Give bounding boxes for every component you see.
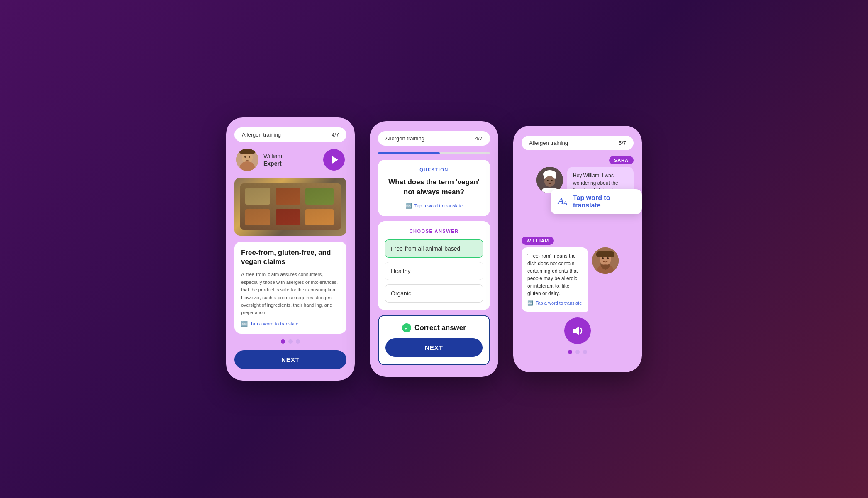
screen3-title: Allergen training (529, 140, 568, 146)
expert-info: William Expert (236, 149, 282, 171)
content-card: Free-from, gluten-free, and vegan claims… (234, 242, 346, 334)
william-avatar (592, 247, 619, 274)
question-label: QUESTION (385, 167, 483, 172)
translate-popup-text: Tap word to translate (573, 194, 635, 209)
dot-2 (288, 339, 293, 344)
william-translate-link[interactable]: 🔤 Tap a word to translate (527, 300, 582, 307)
screens-container: Allergen training 4/7 Will (226, 117, 642, 381)
expert-row: William Expert (234, 149, 346, 171)
dot-3 (296, 339, 300, 344)
correct-answer-card: ✓ Correct answer NEXT (378, 315, 490, 365)
screen1-progress: 4/7 (332, 132, 339, 138)
screen2-next-button[interactable]: NEXT (385, 338, 483, 357)
avatar (236, 149, 258, 171)
screen3-card: Allergen training 5/7 SARA (513, 126, 642, 372)
translate-icon: 🔤 (241, 321, 248, 327)
answer-option-1[interactable]: Free-from all animal-based (385, 239, 483, 258)
progress-bar-container (378, 152, 490, 154)
question-card: QUESTION What does the term 'vegan' not … (378, 160, 490, 217)
svg-rect-5 (239, 149, 255, 154)
article-body: A 'free-from' claim assures consumers, e… (241, 271, 340, 316)
screen3-progress: 5/7 (619, 140, 626, 146)
translate-icon-2: 🔤 (405, 203, 412, 209)
screen2-title: Allergen training (385, 135, 424, 142)
william-message: 'Free-from' means the dish does not cont… (522, 247, 588, 312)
checkmark-icon: ✓ (402, 323, 411, 332)
play-icon (332, 156, 338, 164)
screen3-top-bar: Allergen training 5/7 (522, 136, 634, 150)
expert-name: William Expert (263, 152, 282, 167)
svg-text:A: A (563, 200, 568, 206)
svg-point-12 (551, 180, 553, 181)
svg-point-11 (547, 180, 549, 181)
svg-point-10 (544, 176, 555, 187)
screen1-card: Allergen training 4/7 Will (226, 117, 355, 381)
screen3-dot-3 (583, 350, 587, 354)
screen3-dot-1 (568, 350, 572, 354)
chat-area: SARA (522, 156, 634, 312)
question-translate-link[interactable]: 🔤 Tap a word to translate (385, 203, 483, 209)
william-translate-icon: 🔤 (527, 300, 533, 307)
answers-label: CHOOSE ANSWER (385, 229, 483, 234)
screen2-progress: 4/7 (475, 135, 483, 142)
question-text: What does the term 'vegan' not always me… (385, 177, 483, 197)
correct-answer-row: ✓ Correct answer (385, 323, 483, 332)
article-title: Free-from, gluten-free, and vegan claims (241, 248, 340, 266)
audio-button[interactable] (564, 317, 591, 344)
play-button[interactable] (323, 149, 345, 171)
svg-point-4 (249, 156, 250, 158)
sara-bubble-container: SARA (522, 156, 634, 214)
screen2-card: Allergen training 4/7 QUESTION What does… (370, 121, 498, 377)
answers-card: CHOOSE ANSWER Free-from all animal-based… (378, 221, 490, 310)
translate-popup[interactable]: A A Tap word to translate (551, 189, 642, 214)
correct-answer-text: Correct answer (414, 324, 466, 332)
screen1-title: Allergen training (242, 132, 281, 138)
screen3-dot-2 (575, 350, 580, 354)
svg-point-19 (602, 257, 604, 259)
progress-bar-fill (378, 152, 440, 154)
translate-link[interactable]: 🔤 Tap a word to translate (241, 321, 340, 327)
william-content: 'Free-from' means the dish does not cont… (522, 247, 619, 312)
screen3-dots-row (522, 350, 634, 354)
answer-option-2[interactable]: Healthy (385, 262, 483, 280)
next-button[interactable]: NEXT (234, 350, 346, 369)
audio-icon (571, 324, 584, 337)
svg-point-3 (244, 156, 246, 158)
william-label: WILLIAM (522, 237, 554, 245)
svg-rect-21 (596, 251, 614, 257)
william-bubble-container: WILLIAM 'Free-from' means the dish does … (522, 237, 634, 312)
screen1-top-bar: Allergen training 4/7 (234, 127, 346, 142)
screen2-top-bar: Allergen training 4/7 (378, 131, 490, 146)
food-image (234, 178, 346, 236)
dots-row (234, 339, 346, 344)
translate-popup-icon: A A (557, 195, 569, 209)
answer-option-3[interactable]: Organic (385, 284, 483, 303)
dot-1 (281, 339, 285, 344)
sara-label: SARA (609, 156, 634, 164)
svg-point-20 (607, 257, 609, 259)
